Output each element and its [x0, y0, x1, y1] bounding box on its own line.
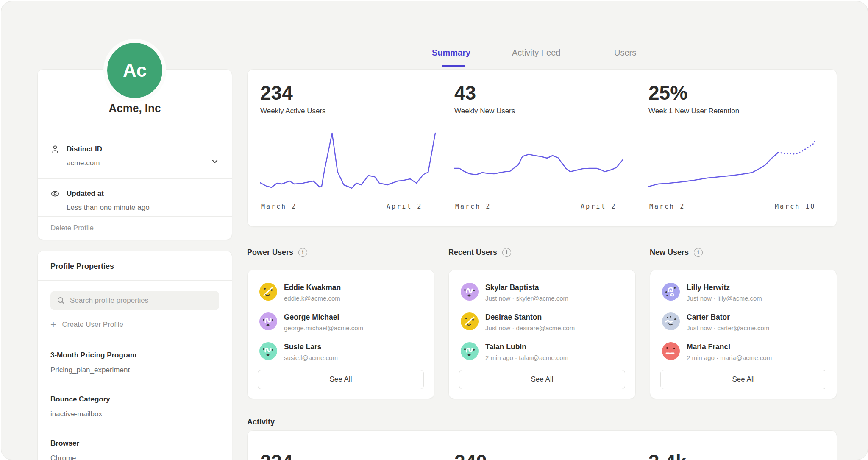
activity-section-title: Activity — [247, 418, 275, 427]
profile-properties-card: Profile Properties + Create User Profile… — [37, 251, 232, 460]
avatar — [259, 342, 277, 360]
user-subtext: 2 min ago · talan@acme.com — [485, 354, 568, 361]
user-name: Desirae Stanton — [485, 313, 575, 322]
user-row[interactable]: Lilly Herwitz Just now · lilly@acme.com — [662, 283, 825, 302]
distinct-id-row: Distinct ID acme.com — [38, 134, 232, 178]
profile-card: Ac Acme, Inc Distinct ID acme.com — [37, 69, 232, 240]
section-title: Recent Users — [448, 248, 497, 257]
tab-summary[interactable]: Summary — [432, 48, 470, 58]
see-all-button[interactable]: See All — [258, 370, 424, 389]
stat-label: Weekly New Users — [454, 107, 630, 115]
zigzag-face-icon — [662, 312, 680, 330]
app-window: Ac Acme, Inc Distinct ID acme.com — [1, 1, 868, 460]
user-subtext: susie.l@acme.com — [284, 354, 338, 361]
new-users-header: New Users i — [650, 248, 837, 257]
stat-week1-retention: 25% Week 1 New User Retention March 2 Ma… — [648, 83, 824, 226]
user-subtext: 2 min ago · maria@acme.com — [687, 354, 772, 361]
stat-weekly-active-users: 234 Weekly Active Users March 2 April 2 — [260, 83, 436, 226]
divider — [38, 280, 232, 281]
user-subtext: eddie.k@acme.com — [284, 295, 341, 302]
user-cards-row: Eddie Kwakman eddie.k@acme.com George Mi… — [247, 270, 837, 399]
user-row[interactable]: Susie Lars susie.l@acme.com — [259, 342, 422, 361]
new-users-card: Lilly Herwitz Just now · lilly@acme.com … — [650, 270, 837, 399]
avatar — [461, 312, 479, 330]
property-value: inactive-mailbox — [50, 410, 219, 418]
search-icon — [56, 296, 66, 305]
summary-stats-card: 234 Weekly Active Users March 2 April 2 … — [247, 69, 837, 227]
user-name: Carter Bator — [687, 313, 769, 322]
plus-icon: + — [50, 320, 56, 329]
avatar — [461, 342, 479, 360]
create-user-profile-button[interactable]: + Create User Profile — [50, 320, 219, 329]
profile-header: Acme, Inc — [38, 70, 232, 134]
updated-at-row: Updated at Less than one minute ago — [38, 179, 232, 216]
see-all-button[interactable]: See All — [459, 370, 625, 389]
user-name: George Michael — [284, 313, 363, 322]
x-axis-end-label: April 2 — [387, 203, 422, 210]
tab-activity-feed[interactable]: Activity Feed — [512, 48, 560, 58]
user-row[interactable]: Skylar Baptista Just now · skyler@acme.c… — [461, 283, 623, 302]
avatar — [461, 283, 479, 301]
section-title: New Users — [650, 248, 689, 257]
avatar — [662, 283, 680, 301]
property-row: Browser Chrome — [38, 428, 232, 460]
stat-value: 234 — [260, 83, 436, 103]
weekly-new-users-chart — [454, 132, 630, 196]
delete-profile-button[interactable]: Delete Profile — [38, 217, 232, 240]
eye-icon — [50, 189, 60, 198]
chevron-down-icon[interactable] — [210, 156, 220, 167]
avatar — [259, 283, 277, 301]
user-name: Maria Franci — [687, 343, 772, 351]
user-row[interactable]: Talan Lubin 2 min ago · talan@acme.com — [461, 342, 623, 361]
user-row[interactable]: Eddie Kwakman eddie.k@acme.com — [259, 283, 422, 302]
user-name: Talan Lubin — [485, 343, 568, 351]
section-title: Power Users — [247, 248, 293, 257]
power-users-header: Power Users i — [247, 248, 434, 257]
user-name: Eddie Kwakman — [284, 283, 341, 292]
property-label: Bounce Category — [50, 395, 219, 404]
user-name: Lilly Herwitz — [687, 283, 762, 292]
property-row: Bounce Category inactive-mailbox — [38, 384, 232, 428]
x-axis-end-label: March 10 — [775, 203, 815, 210]
property-label: Browser — [50, 439, 219, 448]
user-row[interactable]: Maria Franci 2 min ago · maria@acme.com — [662, 342, 825, 361]
info-icon[interactable]: i — [694, 248, 703, 257]
search-input[interactable] — [50, 291, 219, 310]
field-label: Updated at — [67, 190, 104, 198]
property-value: Chrome — [50, 454, 219, 460]
property-value: Pricing_plan_experiment — [50, 366, 219, 374]
recent-users-header: Recent Users i — [448, 248, 636, 257]
stat-weekly-new-users: 43 Weekly New Users March 2 April 2 — [454, 83, 630, 226]
field-value: acme.com — [67, 159, 219, 167]
stat-label: Weekly Active Users — [260, 107, 436, 115]
stat-label: Week 1 New User Retention — [648, 107, 824, 115]
avatar — [662, 342, 680, 360]
active-tab-underline — [442, 65, 465, 67]
squiggle-face-icon — [461, 283, 479, 301]
wink-face-icon — [461, 312, 479, 330]
user-subtext: Just now · desirare@acme.com — [485, 324, 575, 332]
week1-retention-chart — [648, 132, 824, 196]
x-axis-start-label: March 2 — [261, 203, 297, 210]
user-subtext: Just now · carter@acme.com — [687, 324, 769, 332]
user-name: Susie Lars — [284, 343, 338, 351]
x-axis: March 2 April 2 — [260, 203, 436, 214]
user-row[interactable]: Carter Bator Just now · carter@acme.com — [662, 312, 825, 332]
activity-stat-value: 3.4k — [648, 452, 824, 460]
info-icon[interactable]: i — [502, 248, 511, 257]
user-subtext: george.michael@acme.com — [284, 324, 363, 332]
search-wrap — [50, 291, 219, 310]
squiggle-face-icon — [259, 312, 277, 330]
avatar — [259, 312, 277, 330]
squiggle-face-icon — [461, 342, 479, 360]
wink-face-icon — [259, 283, 277, 301]
user-row[interactable]: George Michael george.michael@acme.com — [259, 312, 422, 332]
tab-users[interactable]: Users — [614, 48, 636, 58]
property-label: 3-Month Pricing Program — [50, 351, 219, 360]
user-row[interactable]: Desirae Stanton Just now · desirare@acme… — [461, 312, 623, 332]
profile-properties-title: Profile Properties — [38, 251, 232, 280]
info-icon[interactable]: i — [298, 248, 307, 257]
curl-face-icon — [662, 283, 680, 301]
create-user-profile-label: Create User Profile — [62, 321, 123, 329]
see-all-button[interactable]: See All — [660, 370, 826, 389]
